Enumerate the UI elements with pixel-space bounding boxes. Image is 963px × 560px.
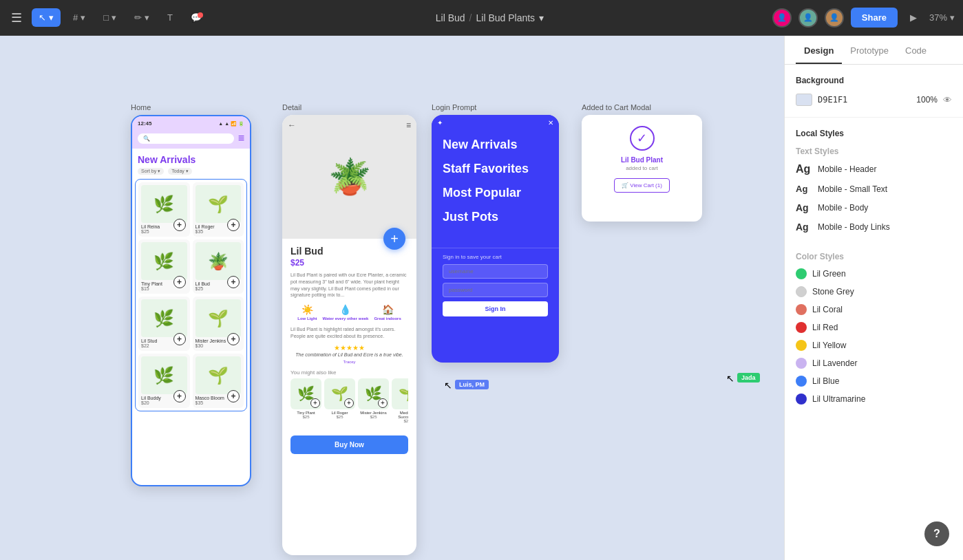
text-style-body-links[interactable]: Ag Mobile - Body Links (796, 222, 952, 233)
comment-tool[interactable]: 💬 (185, 8, 207, 27)
style-name-small: Mobile - Small Text (818, 184, 887, 194)
plant-card-4[interactable]: 🌿 Lil Stud $22 + (138, 297, 190, 351)
plant-card-7[interactable]: 🌱 Masco Bloom $35 + (193, 354, 244, 408)
buy-now-button[interactable]: Buy Now (290, 435, 408, 454)
color-lil-coral[interactable]: Lil Coral (796, 304, 952, 315)
login-menu: New Arrivals Staff Favorites Most Popula… (432, 129, 559, 242)
text-style-small[interactable]: Ag Mobile - Small Text (796, 184, 952, 194)
cart-subtitle: added to cart (626, 165, 658, 171)
color-lil-yellow[interactable]: Lil Yellow (796, 340, 952, 351)
detail-fab[interactable]: + (383, 228, 405, 250)
add-btn-4[interactable]: + (173, 333, 186, 345)
tab-code[interactable]: Code (897, 36, 935, 64)
login-item-pots[interactable]: Just Pots (443, 210, 548, 224)
detail-menu[interactable]: ≡ (406, 120, 411, 130)
pointer-tool[interactable]: ↖ ▾ (32, 8, 61, 27)
add-btn-6[interactable]: + (173, 390, 186, 402)
mini-plant-1[interactable]: 🌱+ Lil Roger $25 (324, 378, 355, 423)
color-lil-blue[interactable]: Lil Blue (796, 376, 952, 387)
login-frame: ✦ ✕ New Arrivals Staff Favorites Most Po… (432, 115, 559, 363)
shape-icon: □ (103, 12, 109, 23)
tab-design[interactable]: Design (796, 36, 842, 64)
password-input[interactable] (443, 283, 548, 297)
help-button[interactable]: ? (924, 521, 949, 546)
zoom-control[interactable]: 37% ▾ (929, 12, 955, 23)
add-btn-7[interactable]: + (227, 390, 240, 402)
background-color-code[interactable]: D9E1F1 (818, 95, 911, 105)
login-item-new-arrivals[interactable]: New Arrivals (443, 138, 548, 152)
breadcrumb-chevron[interactable]: ▾ (539, 12, 544, 23)
sort-by[interactable]: Sort by ▾ (138, 168, 164, 175)
plant-img-4: 🌿 (141, 299, 187, 337)
frame-tool[interactable]: # ▾ (67, 8, 91, 27)
plant-card-6[interactable]: 🌿 Lil Buddy $20 + (138, 354, 190, 408)
plant-card-1[interactable]: 🌱 Lil Roger $35 + (193, 182, 244, 237)
add-btn-0[interactable]: + (173, 219, 186, 231)
detail-back[interactable]: ← (288, 120, 296, 130)
add-btn-3[interactable]: + (227, 276, 240, 288)
plant-img-5: 🌱 (195, 299, 242, 337)
main-area: Home 12:45 ▲ ▲ 📶 🔋 🔍 ≡ New Arrivals Sort… (0, 36, 963, 560)
detail-desc: Lil Bud Plant is paired with our Ecre Pl… (290, 272, 408, 299)
plant-img-7: 🌱 (195, 356, 242, 394)
plant-card-5[interactable]: 🌱 Mister Jenkins $30 + (193, 297, 244, 351)
background-title: Background (796, 76, 952, 85)
canvas[interactable]: Home 12:45 ▲ ▲ 📶 🔋 🔍 ≡ New Arrivals Sort… (0, 36, 784, 560)
tab-prototype[interactable]: Prototype (842, 36, 897, 64)
color-lil-lavender[interactable]: Lil Lavender (796, 358, 952, 369)
breadcrumb-subtitle[interactable]: Lil Bud Plants (476, 12, 535, 23)
text-style-header[interactable]: Ag Mobile - Header (796, 163, 952, 175)
mini-plant-2[interactable]: 🌿+ Mister Jenkins $25 (358, 378, 389, 423)
login-star: ✦ (437, 119, 443, 127)
play-button[interactable]: ▶ (904, 8, 922, 27)
background-row: D9E1F1 100% 👁 (796, 94, 952, 106)
color-lil-red[interactable]: Lil Red (796, 322, 952, 333)
ag-header: Ag (796, 163, 812, 175)
color-lil-green[interactable]: Lil Green (796, 268, 952, 279)
add-btn-5[interactable]: + (227, 333, 240, 345)
color-styles-section: Color Styles Lil Green Stone Grey Lil Co… (785, 252, 963, 422)
cart-check-icon: ✓ (630, 126, 655, 151)
add-btn-2[interactable]: + (173, 276, 186, 288)
sign-in-button[interactable]: Sign In (443, 301, 548, 316)
plant-card-2[interactable]: 🌿 Tiny Plant $15 + (138, 239, 190, 294)
view-cart-button[interactable]: 🛒 View Cart (1) (614, 178, 670, 193)
text-tool[interactable]: T (162, 8, 178, 27)
cursor-arrow-icon: ↖ (444, 380, 452, 391)
home-menu-icon[interactable]: ≡ (238, 132, 244, 144)
add-btn-1[interactable]: + (227, 219, 240, 231)
shape-tool[interactable]: □ ▾ (98, 8, 122, 27)
plant-card-3[interactable]: 🪴 Lil Bud $25 + (193, 239, 244, 294)
background-color-swatch[interactable] (796, 94, 812, 106)
mini-add-0[interactable]: + (310, 398, 320, 408)
menu-icon[interactable]: ☰ (8, 8, 25, 28)
username-input[interactable] (443, 264, 548, 279)
background-opacity[interactable]: 100% (916, 95, 938, 105)
cursor-arrow-jada: ↖ (726, 373, 734, 384)
mini-add-1[interactable]: + (344, 398, 354, 408)
mini-add-2[interactable]: + (378, 398, 388, 408)
login-item-staff[interactable]: Staff Favorites (443, 162, 548, 176)
background-section: Background D9E1F1 100% 👁 (785, 65, 963, 118)
plant-card-0[interactable]: 🌿 Lil Reina $25 + (138, 182, 190, 237)
home-search-input[interactable]: 🔍 (138, 133, 234, 144)
color-lil-ultramarine[interactable]: Lil Ultramarine (796, 394, 952, 405)
pen-tool[interactable]: ✏ ▾ (129, 8, 155, 27)
breadcrumb-title[interactable]: Lil Bud (436, 12, 465, 23)
fab-icon: + (390, 231, 399, 247)
detail-frame: 🪴 ← ≡ + Lil Bud $25 Lil Bud Plant is pai… (282, 115, 416, 555)
color-name-grey: Stone Grey (812, 287, 854, 297)
login-item-popular[interactable]: Most Popular (443, 186, 548, 200)
login-close[interactable]: ✕ (548, 119, 553, 127)
might-like-label: You might also like (290, 364, 408, 378)
local-styles-section: Local Styles Text Styles Ag Mobile - Hea… (785, 118, 963, 252)
plant-img-2: 🌿 (141, 242, 187, 280)
share-button[interactable]: Share (851, 8, 898, 28)
mini-plant-0[interactable]: 🌿+ Tiny Plant $25 (290, 378, 321, 423)
mini-plant-3[interactable]: 🌱+ Medium Succulent $25 (392, 378, 408, 423)
eye-icon[interactable]: 👁 (943, 95, 952, 105)
filter-today[interactable]: Today ▾ (168, 168, 192, 175)
color-stone-grey[interactable]: Stone Grey (796, 286, 952, 297)
text-style-body[interactable]: Ag Mobile - Body (796, 202, 952, 213)
mini-plant-img-0: 🌿+ (290, 378, 321, 409)
